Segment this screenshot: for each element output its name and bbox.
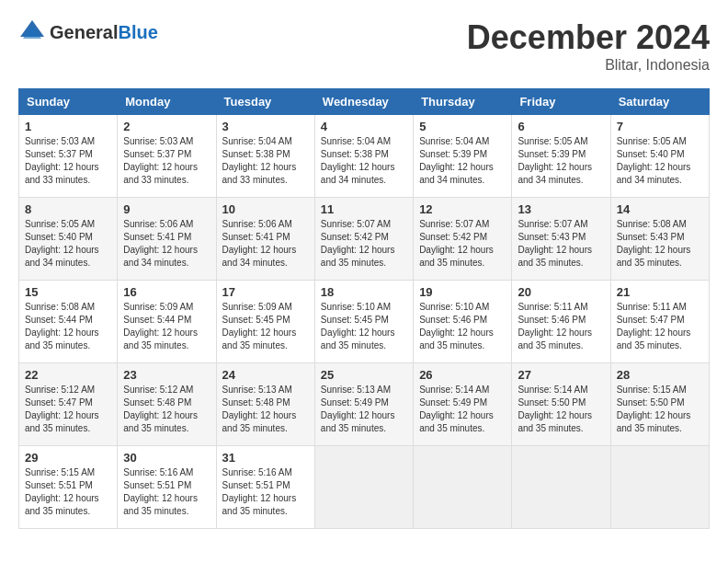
table-row: 1Sunrise: 5:03 AMSunset: 5:37 PMDaylight… bbox=[19, 115, 118, 198]
day-details: Sunrise: 5:12 AMSunset: 5:47 PMDaylight:… bbox=[25, 384, 111, 435]
table-row bbox=[610, 446, 709, 529]
day-details: Sunrise: 5:05 AMSunset: 5:40 PMDaylight:… bbox=[25, 218, 111, 270]
day-number: 2 bbox=[123, 120, 210, 133]
month-title: December 2024 bbox=[467, 18, 710, 57]
day-details: Sunrise: 5:07 AMSunset: 5:43 PMDaylight:… bbox=[518, 218, 604, 270]
location: Blitar, Indonesia bbox=[467, 57, 710, 74]
day-number: 12 bbox=[419, 202, 506, 216]
table-row: 27Sunrise: 5:14 AMSunset: 5:50 PMDayligh… bbox=[512, 363, 610, 446]
day-number: 10 bbox=[222, 202, 309, 216]
day-number: 19 bbox=[419, 285, 506, 299]
col-saturday: Saturday bbox=[610, 89, 709, 115]
title-block: December 2024 Blitar, Indonesia bbox=[467, 18, 710, 74]
day-number: 1 bbox=[25, 120, 111, 133]
table-row: 20Sunrise: 5:11 AMSunset: 5:46 PMDayligh… bbox=[512, 281, 610, 363]
day-number: 23 bbox=[123, 368, 210, 382]
day-number: 22 bbox=[25, 368, 111, 382]
table-row: 12Sunrise: 5:07 AMSunset: 5:42 PMDayligh… bbox=[414, 198, 512, 281]
table-row: 28Sunrise: 5:15 AMSunset: 5:50 PMDayligh… bbox=[610, 363, 709, 446]
col-monday: Monday bbox=[118, 89, 216, 115]
table-row: 13Sunrise: 5:07 AMSunset: 5:43 PMDayligh… bbox=[512, 198, 610, 281]
table-row: 5Sunrise: 5:04 AMSunset: 5:39 PMDaylight… bbox=[414, 115, 512, 198]
day-number: 3 bbox=[222, 120, 309, 133]
table-row: 19Sunrise: 5:10 AMSunset: 5:46 PMDayligh… bbox=[414, 281, 512, 363]
day-details: Sunrise: 5:04 AMSunset: 5:38 PMDaylight:… bbox=[222, 135, 309, 187]
day-number: 4 bbox=[321, 120, 407, 133]
day-number: 9 bbox=[123, 202, 210, 216]
table-row: 29Sunrise: 5:15 AMSunset: 5:51 PMDayligh… bbox=[19, 446, 118, 529]
day-number: 27 bbox=[518, 368, 604, 382]
day-number: 14 bbox=[617, 202, 703, 216]
calendar-week-5: 29Sunrise: 5:15 AMSunset: 5:51 PMDayligh… bbox=[19, 446, 710, 529]
day-details: Sunrise: 5:09 AMSunset: 5:45 PMDaylight:… bbox=[222, 301, 309, 352]
day-details: Sunrise: 5:05 AMSunset: 5:40 PMDaylight:… bbox=[617, 135, 703, 187]
day-details: Sunrise: 5:03 AMSunset: 5:37 PMDaylight:… bbox=[25, 135, 111, 187]
day-details: Sunrise: 5:10 AMSunset: 5:45 PMDaylight:… bbox=[321, 301, 407, 352]
table-row: 6Sunrise: 5:05 AMSunset: 5:39 PMDaylight… bbox=[512, 115, 610, 198]
table-row: 8Sunrise: 5:05 AMSunset: 5:40 PMDaylight… bbox=[19, 198, 118, 281]
day-details: Sunrise: 5:15 AMSunset: 5:51 PMDaylight:… bbox=[25, 466, 111, 518]
day-number: 18 bbox=[321, 285, 407, 299]
table-row: 3Sunrise: 5:04 AMSunset: 5:38 PMDaylight… bbox=[216, 115, 314, 198]
day-number: 7 bbox=[617, 120, 703, 133]
table-row: 30Sunrise: 5:16 AMSunset: 5:51 PMDayligh… bbox=[118, 446, 216, 529]
table-row: 14Sunrise: 5:08 AMSunset: 5:43 PMDayligh… bbox=[610, 198, 709, 281]
table-row: 22Sunrise: 5:12 AMSunset: 5:47 PMDayligh… bbox=[19, 363, 118, 446]
calendar-header-row: Sunday Monday Tuesday Wednesday Thursday… bbox=[19, 89, 710, 115]
table-row: 17Sunrise: 5:09 AMSunset: 5:45 PMDayligh… bbox=[216, 281, 314, 363]
table-row bbox=[414, 446, 512, 529]
day-details: Sunrise: 5:11 AMSunset: 5:47 PMDaylight:… bbox=[617, 301, 703, 352]
logo: GeneralBlue bbox=[18, 18, 158, 46]
table-row: 31Sunrise: 5:16 AMSunset: 5:51 PMDayligh… bbox=[216, 446, 314, 529]
calendar-table: Sunday Monday Tuesday Wednesday Thursday… bbox=[18, 88, 710, 529]
table-row: 15Sunrise: 5:08 AMSunset: 5:44 PMDayligh… bbox=[19, 281, 118, 363]
table-row: 21Sunrise: 5:11 AMSunset: 5:47 PMDayligh… bbox=[610, 281, 709, 363]
day-number: 8 bbox=[25, 202, 111, 216]
day-number: 29 bbox=[25, 451, 111, 465]
day-number: 28 bbox=[617, 368, 703, 382]
day-details: Sunrise: 5:05 AMSunset: 5:39 PMDaylight:… bbox=[518, 135, 604, 187]
table-row: 10Sunrise: 5:06 AMSunset: 5:41 PMDayligh… bbox=[216, 198, 314, 281]
table-row: 16Sunrise: 5:09 AMSunset: 5:44 PMDayligh… bbox=[118, 281, 216, 363]
day-number: 31 bbox=[222, 451, 309, 465]
day-details: Sunrise: 5:16 AMSunset: 5:51 PMDaylight:… bbox=[222, 466, 309, 518]
day-details: Sunrise: 5:07 AMSunset: 5:42 PMDaylight:… bbox=[321, 218, 407, 270]
calendar-week-1: 1Sunrise: 5:03 AMSunset: 5:37 PMDaylight… bbox=[19, 115, 710, 198]
col-tuesday: Tuesday bbox=[216, 89, 314, 115]
day-details: Sunrise: 5:08 AMSunset: 5:44 PMDaylight:… bbox=[25, 301, 111, 352]
day-details: Sunrise: 5:12 AMSunset: 5:48 PMDaylight:… bbox=[123, 384, 210, 435]
day-details: Sunrise: 5:16 AMSunset: 5:51 PMDaylight:… bbox=[123, 466, 210, 518]
day-details: Sunrise: 5:14 AMSunset: 5:49 PMDaylight:… bbox=[419, 384, 506, 435]
day-details: Sunrise: 5:04 AMSunset: 5:39 PMDaylight:… bbox=[419, 135, 506, 187]
day-details: Sunrise: 5:06 AMSunset: 5:41 PMDaylight:… bbox=[222, 218, 309, 270]
table-row: 25Sunrise: 5:13 AMSunset: 5:49 PMDayligh… bbox=[314, 363, 413, 446]
col-sunday: Sunday bbox=[19, 89, 118, 115]
table-row bbox=[314, 446, 413, 529]
day-number: 24 bbox=[222, 368, 309, 382]
day-details: Sunrise: 5:04 AMSunset: 5:38 PMDaylight:… bbox=[321, 135, 407, 187]
day-number: 6 bbox=[518, 120, 604, 133]
table-row: 18Sunrise: 5:10 AMSunset: 5:45 PMDayligh… bbox=[314, 281, 413, 363]
table-row bbox=[512, 446, 610, 529]
table-row: 26Sunrise: 5:14 AMSunset: 5:49 PMDayligh… bbox=[414, 363, 512, 446]
col-thursday: Thursday bbox=[414, 89, 512, 115]
col-wednesday: Wednesday bbox=[314, 89, 413, 115]
table-row: 9Sunrise: 5:06 AMSunset: 5:41 PMDaylight… bbox=[118, 198, 216, 281]
col-friday: Friday bbox=[512, 89, 610, 115]
calendar-week-2: 8Sunrise: 5:05 AMSunset: 5:40 PMDaylight… bbox=[19, 198, 710, 281]
calendar-week-3: 15Sunrise: 5:08 AMSunset: 5:44 PMDayligh… bbox=[19, 281, 710, 363]
day-details: Sunrise: 5:09 AMSunset: 5:44 PMDaylight:… bbox=[123, 301, 210, 352]
day-details: Sunrise: 5:08 AMSunset: 5:43 PMDaylight:… bbox=[617, 218, 703, 270]
day-number: 15 bbox=[25, 285, 111, 299]
day-number: 11 bbox=[321, 202, 407, 216]
day-number: 5 bbox=[419, 120, 506, 133]
day-number: 20 bbox=[518, 285, 604, 299]
day-number: 13 bbox=[518, 202, 604, 216]
logo-icon bbox=[18, 18, 46, 46]
page-header: GeneralBlue December 2024 Blitar, Indone… bbox=[18, 18, 710, 74]
day-details: Sunrise: 5:15 AMSunset: 5:50 PMDaylight:… bbox=[617, 384, 703, 435]
table-row: 4Sunrise: 5:04 AMSunset: 5:38 PMDaylight… bbox=[314, 115, 413, 198]
table-row: 24Sunrise: 5:13 AMSunset: 5:48 PMDayligh… bbox=[216, 363, 314, 446]
day-number: 17 bbox=[222, 285, 309, 299]
logo-text: GeneralBlue bbox=[50, 22, 158, 43]
